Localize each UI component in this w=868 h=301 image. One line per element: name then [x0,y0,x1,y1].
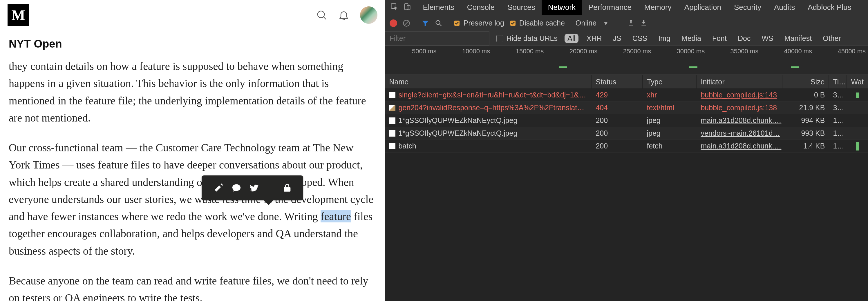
table-row[interactable]: 1*gSSOIlyQUPWEZkNaNEyctQ.jpeg200jpegvend… [385,127,868,140]
col-time[interactable]: Ti… [829,75,847,89]
request-status: 200 [592,127,643,139]
timeline-label: 30000 ms [653,47,707,55]
tab-elements[interactable]: Elements [416,0,460,15]
hide-urls-checkbox[interactable] [496,35,503,42]
download-icon[interactable] [640,19,648,28]
filter-chip-other[interactable]: Other [820,34,844,43]
throttling-select[interactable]: Online ▾ [576,19,608,27]
request-status: 404 [592,101,643,114]
file-icon [389,118,395,124]
search-icon[interactable] [316,9,328,21]
request-waterfall [847,127,868,139]
hide-urls-label: Hide data URLs [506,34,557,43]
device-icon[interactable] [403,3,411,12]
request-size: 1.4 KB [782,140,829,152]
filter-chip-manifest[interactable]: Manifest [781,34,815,43]
disable-cache-checkbox[interactable]: Disable cache [509,19,565,27]
inspect-icon[interactable] [390,3,398,12]
col-initiator[interactable]: Initiator [696,75,782,89]
timeline[interactable]: 5000 ms10000 ms15000 ms20000 ms25000 ms3… [385,46,868,75]
col-size[interactable]: Size [782,75,829,89]
upload-icon[interactable] [627,19,635,28]
request-initiator[interactable]: vendors~main.26101d… [696,127,782,139]
filter-chip-img[interactable]: Img [655,34,673,43]
request-waterfall [847,114,868,127]
svg-line-7 [404,21,409,25]
filter-chip-doc[interactable]: Doc [735,34,753,43]
medium-logo[interactable]: M [7,4,29,26]
clear-icon[interactable] [402,19,410,27]
filter-chip-media[interactable]: Media [679,34,704,43]
col-name[interactable]: Name [385,75,592,89]
preserve-log-checkbox[interactable]: Preserve log [454,19,504,27]
site-section[interactable]: NYT Open [0,30,385,58]
tab-application[interactable]: Application [678,0,727,15]
request-name: gen204?invalidResponse=q=https%3A%2F%2Ft… [398,103,584,112]
comment-icon[interactable] [231,183,241,193]
tab-adblock-plus[interactable]: Adblock Plus [801,0,858,15]
request-type: fetch [643,140,696,152]
record-button[interactable] [390,20,397,27]
tab-console[interactable]: Console [461,0,501,15]
tab-memory[interactable]: Memory [638,0,678,15]
tab-audits[interactable]: Audits [768,0,801,15]
request-status: 200 [592,140,643,152]
filter-chip-css[interactable]: CSS [629,34,650,43]
search-icon[interactable] [435,19,443,27]
tab-network[interactable]: Network [541,0,582,15]
filter-chip-ws[interactable]: WS [758,34,776,43]
request-initiator[interactable]: bubble_compiled.js:138 [696,101,782,114]
file-icon [389,92,395,98]
request-size: 0 B [782,89,829,101]
bell-icon[interactable] [338,9,349,21]
timeline-label: 20000 ms [546,47,600,55]
col-waterfall[interactable]: Wat [847,75,868,89]
request-time: 1… [829,140,847,152]
article-body: they contain details on how a feature is… [0,58,385,301]
filter-icon[interactable] [421,19,429,27]
table-header: Name Status Type Initiator Size Ti… Wat [385,75,868,89]
text-selection: feature [320,210,351,223]
timeline-label: 25000 ms [600,47,653,55]
request-initiator[interactable]: main.a31d208d.chunk.… [696,140,782,152]
twitter-icon[interactable] [249,183,259,193]
filter-chip-all[interactable]: All [564,34,579,43]
table-row[interactable]: single?client=gtx&sl=en&tl=ru&hl=ru&dt=t… [385,89,868,101]
chevron-down-icon: ▾ [604,19,608,27]
request-status: 429 [592,89,643,101]
request-waterfall [847,140,868,152]
paragraph: Our cross-functional team — the Customer… [9,139,376,260]
svg-line-1 [324,17,326,19]
timeline-label: 5000 ms [385,47,439,55]
request-name: 1*gSSOIlyQUPWEZkNaNEyctQ.jpeg [398,116,517,125]
request-initiator[interactable]: main.a31d208d.chunk.… [696,114,782,127]
filter-chip-font[interactable]: Font [709,34,730,43]
request-size: 994 KB [782,114,829,127]
tab-security[interactable]: Security [727,0,768,15]
table-row[interactable]: gen204?invalidResponse=q=https%3A%2F%2Ft… [385,101,868,114]
highlight-icon[interactable] [214,183,223,193]
col-type[interactable]: Type [643,75,696,89]
request-status: 200 [592,114,643,127]
col-status[interactable]: Status [592,75,643,89]
avatar[interactable] [360,6,377,24]
request-type: xhr [643,89,696,101]
timeline-label: 10000 ms [439,47,492,55]
filter-input[interactable] [385,31,489,45]
lock-icon[interactable] [282,183,292,193]
request-initiator[interactable]: bubble_compiled.js:143 [696,89,782,101]
devtools-pane: ElementsConsoleSourcesNetworkPerformance… [385,0,868,301]
table-row[interactable]: batch200fetchmain.a31d208d.chunk.…1.4 KB… [385,140,868,153]
devtools-tabs: ElementsConsoleSourcesNetworkPerformance… [385,0,868,15]
svg-line-9 [440,24,441,26]
request-name: single?client=gtx&sl=en&tl=ru&hl=ru&dt=t… [398,91,586,99]
timeline-label: 45000 ms [814,47,868,55]
tab-performance[interactable]: Performance [582,0,638,15]
tab-sources[interactable]: Sources [501,0,541,15]
network-toolbar: Preserve log Disable cache Online ▾ [385,15,868,31]
filter-chip-js[interactable]: JS [610,34,624,43]
filter-chip-xhr[interactable]: XHR [584,34,605,43]
svg-point-0 [318,11,324,18]
request-time: 3… [829,89,847,101]
table-row[interactable]: 1*gSSOIlyQUPWEZkNaNEyctQ.jpeg200jpegmain… [385,114,868,127]
